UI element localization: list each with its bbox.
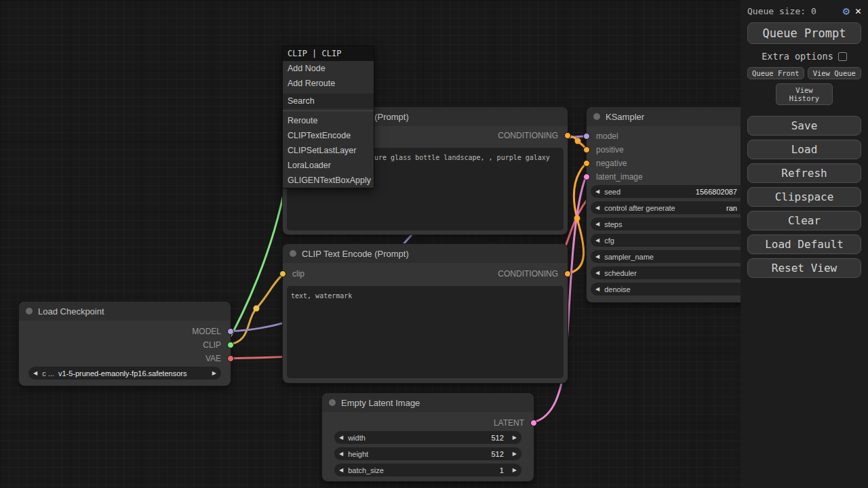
output-vae-port[interactable]	[227, 355, 234, 362]
output-clip-label: CLIP	[203, 340, 221, 350]
queue-front-button[interactable]: Queue Front	[747, 67, 804, 79]
sampler-name-widget[interactable]: ◀ sampler_name	[591, 250, 757, 263]
decrement-icon[interactable]: ◀	[591, 185, 604, 198]
context-menu-item-reroute[interactable]: Reroute	[283, 113, 374, 128]
output-model-label: MODEL	[192, 326, 221, 337]
wire-conditioning-negative	[566, 163, 586, 274]
load-default-button[interactable]: Load Default	[747, 235, 861, 254]
decrement-icon[interactable]: ◀	[591, 250, 604, 263]
node-status-dot	[26, 308, 33, 314]
decrement-icon[interactable]: ◀	[334, 447, 348, 460]
widget-name: seed	[604, 188, 620, 196]
increment-icon[interactable]: ▶	[508, 447, 521, 460]
input-latent-image-port[interactable]	[583, 174, 590, 180]
scheduler-widget[interactable]: ◀ scheduler	[591, 266, 757, 279]
context-menu-item-loraloader[interactable]: LoraLoader	[283, 158, 374, 173]
increment-icon[interactable]: ▶	[508, 464, 521, 476]
ckpt-name-widget[interactable]: ◀ c ... v1-5-pruned-emaonly-fp16.safeten…	[28, 367, 221, 380]
view-queue-button[interactable]: View Queue	[808, 67, 861, 79]
output-clip-port[interactable]	[227, 342, 234, 348]
node-clip-text-encode-negative[interactable]: CLIP Text Encode (Prompt) clip CONDITION…	[283, 244, 568, 383]
input-model-port[interactable]	[583, 133, 590, 140]
context-menu-item-add-reroute[interactable]: Add Reroute	[283, 76, 374, 91]
node-status-dot	[329, 399, 336, 406]
node-title-bar[interactable]: Load Checkpoint	[19, 302, 231, 321]
decrement-icon[interactable]: ◀	[591, 201, 604, 214]
input-negative-label: negative	[596, 158, 627, 169]
queue-prompt-button[interactable]: Queue Prompt	[747, 22, 861, 44]
node-title: Empty Latent Image	[341, 398, 420, 408]
view-history-button[interactable]: View History	[776, 83, 833, 105]
widget-name: denoise	[604, 285, 631, 293]
output-conditioning-port[interactable]	[564, 132, 571, 139]
load-button[interactable]: Load	[747, 140, 861, 159]
queue-size-label: Queue size: 0	[747, 6, 816, 16]
node-title: Load Checkpoint	[38, 306, 104, 317]
widget-value: 512	[368, 450, 508, 458]
wire-clip-drag	[226, 184, 285, 345]
height-widget[interactable]: ◀ height 512 ▶	[334, 447, 521, 460]
batch-size-widget[interactable]: ◀ batch_size 1 ▶	[334, 464, 521, 476]
node-title: CLIP Text Encode (Prompt)	[302, 249, 409, 259]
input-clip-port[interactable]	[279, 270, 286, 277]
save-button[interactable]: Save	[747, 116, 861, 136]
node-ksampler[interactable]: KSampler model positive negative latent_…	[587, 107, 762, 302]
clear-button[interactable]: Clear	[747, 211, 861, 230]
widget-name: scheduler	[604, 269, 637, 277]
decrement-icon[interactable]: ◀	[28, 367, 42, 380]
steps-widget[interactable]: ◀ steps	[591, 218, 757, 230]
reset-view-button[interactable]: Reset View	[747, 258, 861, 278]
node-title-bar[interactable]: CLIP Text Encode (Prompt)	[283, 244, 568, 263]
decrement-icon[interactable]: ◀	[591, 218, 604, 230]
node-title-bar[interactable]: Empty Latent Image	[322, 393, 534, 412]
node-title-bar[interactable]: KSampler	[587, 107, 762, 126]
link-midpoint-dot	[254, 306, 260, 312]
widget-name: sampler_name	[604, 253, 654, 261]
decrement-icon[interactable]: ◀	[591, 234, 604, 247]
context-menu-search-input[interactable]: Search	[283, 94, 374, 108]
output-model-port[interactable]	[227, 328, 234, 335]
extra-options-checkbox[interactable]	[838, 52, 847, 61]
denoise-widget[interactable]: ◀ denoise	[591, 283, 757, 296]
wire-clip	[226, 274, 284, 345]
output-latent-port[interactable]	[530, 420, 537, 426]
input-negative-port[interactable]	[583, 160, 590, 167]
seed-widget[interactable]: ◀ seed 1566802087	[591, 185, 757, 198]
node-load-checkpoint[interactable]: Load Checkpoint MODEL CLIP VAE ◀ c ... v…	[19, 302, 231, 386]
context-menu-item-add-node[interactable]: Add Node	[283, 61, 374, 76]
node-empty-latent-image[interactable]: Empty Latent Image LATENT ◀ width 512 ▶ …	[322, 393, 534, 481]
context-menu-divider	[283, 108, 374, 111]
decrement-icon[interactable]: ◀	[334, 431, 348, 444]
output-conditioning-port[interactable]	[564, 270, 571, 277]
width-widget[interactable]: ◀ width 512 ▶	[334, 431, 521, 444]
close-icon[interactable]: ✕	[855, 6, 861, 16]
context-menu-item-clipsetlastlayer[interactable]: CLIPSetLastLayer	[283, 143, 374, 158]
refresh-button[interactable]: Refresh	[747, 163, 861, 183]
input-positive-port[interactable]	[583, 146, 590, 153]
clipspace-button[interactable]: Clipspace	[747, 187, 861, 207]
increment-icon[interactable]: ▶	[508, 431, 521, 444]
widget-name: steps	[604, 220, 622, 228]
context-menu-item-gligentextboxapply[interactable]: GLIGENTextBoxApply	[283, 173, 374, 188]
widget-name: c ...	[42, 369, 54, 378]
link-midpoint-dot	[575, 138, 581, 144]
link-midpoint-dot	[574, 216, 580, 222]
widget-name: height	[348, 450, 368, 458]
node-title: KSampler	[606, 112, 644, 122]
decrement-icon[interactable]: ◀	[334, 464, 348, 476]
cfg-widget[interactable]: ◀ cfg	[591, 234, 757, 247]
widget-value: 1	[384, 466, 508, 474]
extra-options-label: Extra options	[762, 51, 833, 62]
context-menu-item-cliptextencode[interactable]: CLIPTextEncode	[283, 128, 374, 143]
prompt-textarea[interactable]: text, watermark	[287, 286, 564, 378]
decrement-icon[interactable]: ◀	[591, 266, 604, 279]
node-status-dot	[290, 250, 296, 257]
control-after-generate-widget[interactable]: ◀ control after generate ran	[591, 201, 757, 214]
decrement-icon[interactable]: ◀	[591, 283, 604, 296]
input-clip-label: clip	[292, 268, 304, 279]
comfyui-canvas[interactable]: { "icons": { "left_arrow": "◀", "right_a…	[0, 0, 868, 488]
increment-icon[interactable]: ▶	[208, 367, 221, 380]
output-conditioning-label: CONDITIONING	[498, 130, 558, 141]
settings-gear-icon[interactable]: ⚙	[843, 5, 850, 17]
context-menu-title: CLIP | CLIP	[283, 46, 374, 61]
